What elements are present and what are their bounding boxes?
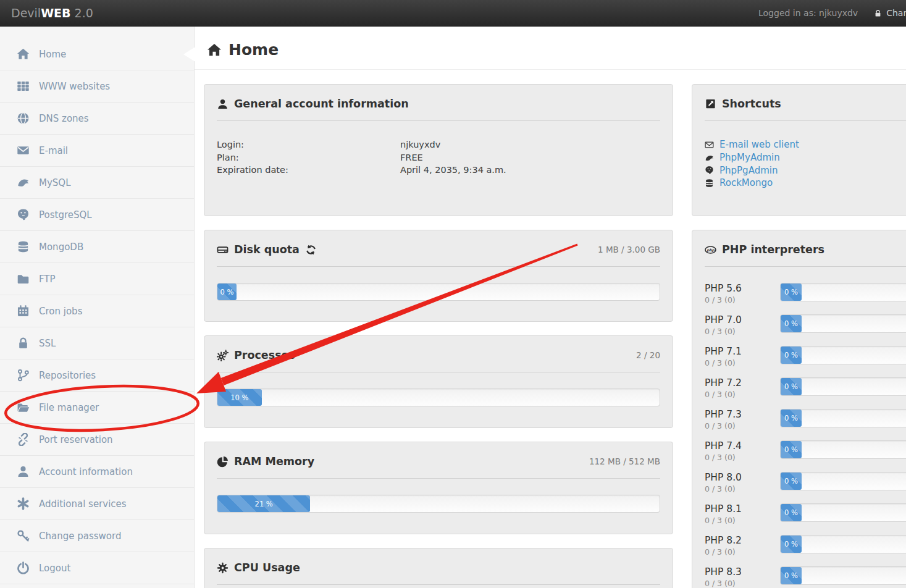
php-counts: 0 / 3 (0) (705, 453, 780, 463)
php-version: PHP 8.2 (705, 535, 780, 547)
panel-heading: Shortcuts (692, 85, 906, 111)
brand-bold: WEB (41, 6, 70, 20)
sidebar-item-additional-services[interactable]: Additional services (0, 488, 194, 520)
sidebar-item-ftp[interactable]: FTP (0, 263, 194, 295)
shortcut-link-rockmongo[interactable]: RockMongo (705, 177, 906, 190)
panel-heading: Disk quota 1 MB / 3.00 GB (204, 230, 673, 256)
info-label: Expiration date: (217, 164, 400, 177)
panel-heading: RAM Memory 112 MB / 512 MB (204, 442, 673, 468)
php-row: PHP 7.4 0 / 3 (0) 0 % (705, 440, 906, 463)
progress-track: 0 % (780, 535, 906, 553)
sidebar-item-label: E-mail (39, 145, 68, 156)
sidebar-nav: Home WWW websites DNS zones E-mail MySQL… (0, 38, 194, 584)
sidebar-item-mongodb[interactable]: MongoDB (0, 231, 194, 263)
panel-php-interpreters: php PHP interpreters PHP 5.6 0 / 3 (0) 0… (692, 230, 906, 588)
sidebar-item-repositories[interactable]: Repositories (0, 359, 194, 392)
sidebar-item-e-mail[interactable]: E-mail (0, 135, 194, 167)
php-progress-bar: 0 % (781, 315, 802, 332)
php-version: PHP 7.1 (705, 346, 780, 358)
gear-icon (217, 562, 229, 574)
sidebar-item-change-password[interactable]: Change password (0, 520, 194, 552)
shortcut-list: E-mail web client PhpMyAdmin PhpPgAdmin … (692, 121, 906, 190)
envelope-o-icon (705, 140, 714, 149)
php-label-block: PHP 5.6 0 / 3 (0) (705, 283, 780, 305)
shortcut-link-label: PhpPgAdmin (719, 164, 778, 177)
shortcut-link-phpmyadmin[interactable]: PhpMyAdmin (705, 151, 906, 164)
php-counts: 0 / 3 (0) (705, 390, 780, 400)
sidebar-item-logout[interactable]: Logout (0, 552, 194, 584)
main-column: General account information Login: njkuy… (204, 84, 673, 588)
gears-icon (217, 350, 229, 361)
php-label-block: PHP 8.3 0 / 3 (0) (705, 566, 780, 588)
sidebar-item-ssl[interactable]: SSL (0, 327, 194, 359)
php-row: PHP 7.2 0 / 3 (0) 0 % (705, 377, 906, 400)
hdd-icon (217, 244, 229, 256)
php-counts: 0 / 3 (0) (705, 421, 780, 431)
panel-shortcuts: Shortcuts E-mail web client PhpMyAdmin P… (692, 84, 906, 216)
side-column: Shortcuts E-mail web client PhpMyAdmin P… (692, 84, 906, 588)
th-icon (17, 80, 30, 93)
sidebar-item-www-websites[interactable]: WWW websites (0, 70, 194, 103)
panel-cpu-usage: CPU Usage (204, 548, 673, 588)
php-interpreters-list: PHP 5.6 0 / 3 (0) 0 % PHP 7.0 0 / 3 (0) … (692, 267, 906, 588)
progress-track: 0 % (780, 283, 906, 301)
info-value: April 4, 2035, 9:34 a.m. (400, 164, 506, 177)
php-label-block: PHP 8.0 0 / 3 (0) (705, 472, 780, 494)
sidebar-item-postgresql[interactable]: PostgreSQL (0, 199, 194, 231)
sidebar-item-home[interactable]: Home (0, 38, 194, 70)
panel-title: General account information (234, 98, 409, 110)
sidebar-item-label: File manager (39, 402, 99, 413)
progress-track: 0 % (780, 472, 906, 490)
disk-usage-value: 1 MB / 3.00 GB (598, 245, 660, 254)
sidebar-item-file-manager[interactable]: File manager (0, 392, 194, 424)
info-value: FREE (400, 151, 423, 164)
folder-icon (17, 272, 30, 285)
external-link-icon (705, 98, 716, 110)
sidebar-item-cron-jobs[interactable]: Cron jobs (0, 295, 194, 327)
postgresql-icon (17, 208, 30, 221)
folder-open-icon (17, 401, 30, 414)
php-row: PHP 8.2 0 / 3 (0) 0 % (705, 535, 906, 557)
page-title: Home (207, 41, 279, 59)
progress-track: 0 % (217, 283, 660, 301)
disk-progress-bar: 0 % (217, 284, 237, 300)
sidebar-item-label: SSL (39, 338, 56, 349)
php-label-block: PHP 8.2 0 / 3 (0) (705, 535, 780, 557)
progress-track: 0 % (780, 440, 906, 459)
progress-track: 0 % (780, 377, 906, 396)
logged-in-as: Logged in as: njkuyxdv (758, 8, 858, 18)
refresh-icon[interactable] (306, 245, 316, 255)
sidebar-item-label: Account information (39, 466, 133, 477)
php-counts: 0 / 3 (0) (705, 484, 780, 494)
globe-icon (17, 112, 30, 125)
php-counts: 0 / 3 (0) (705, 327, 780, 337)
php-progress-bar: 0 % (781, 346, 802, 364)
php-version: PHP 7.2 (705, 377, 780, 389)
change-password-link[interactable]: Change password (874, 8, 906, 18)
php-version: PHP 8.0 (705, 472, 780, 484)
php-label-block: PHP 7.1 0 / 3 (0) (705, 346, 780, 368)
progress-track: 0 % (780, 566, 906, 585)
php-row: PHP 5.6 0 / 3 (0) 0 % (705, 283, 906, 305)
progress-track: 0 % (780, 409, 906, 427)
php-icon: php (705, 244, 716, 256)
shortcut-link-phppgadmin[interactable]: PhpPgAdmin (705, 164, 906, 177)
sidebar-item-dns-zones[interactable]: DNS zones (0, 103, 194, 135)
power-icon (17, 561, 30, 574)
sidebar-item-mysql[interactable]: MySQL (0, 167, 194, 199)
app-logo: DevilWEB 2.0 (11, 0, 93, 26)
progress-track: 10 % (217, 388, 660, 406)
php-progress-bar: 0 % (781, 410, 802, 427)
page-header: Home (195, 26, 906, 70)
php-label-block: PHP 7.4 0 / 3 (0) (705, 440, 780, 463)
sidebar-item-label: FTP (39, 274, 56, 285)
brand-suffix: 2.0 (71, 6, 93, 20)
shortcut-link-e-mail-web-client[interactable]: E-mail web client (705, 138, 906, 151)
sidebar-item-port-reservation[interactable]: Port reservation (0, 424, 194, 456)
sidebar-item-account-information[interactable]: Account information (0, 456, 194, 488)
sidebar-item-label: Additional services (39, 498, 127, 510)
sidebar-item-label: Home (39, 49, 66, 60)
php-version: PHP 7.0 (705, 314, 780, 326)
php-row: PHP 7.0 0 / 3 (0) 0 % (705, 314, 906, 337)
php-counts: 0 / 3 (0) (705, 295, 780, 305)
